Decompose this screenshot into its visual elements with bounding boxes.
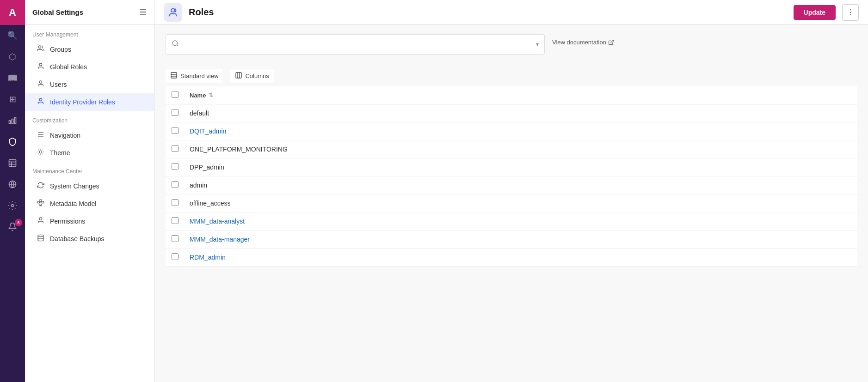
row-name-cell: ONE_PLATFORM_MONITORING [184,140,857,158]
row-checkbox-3[interactable] [172,163,179,170]
row-name-cell: admin [184,176,857,194]
more-options-button[interactable]: ⋮ [842,4,859,21]
global-roles-label: Global Roles [50,63,87,71]
select-all-checkbox[interactable] [172,91,179,98]
permissions-label: Permissions [50,218,85,225]
top-bar: Roles Update ⋮ [154,0,868,25]
table-rail-icon[interactable] [0,152,25,174]
database-backups-label: Database Backups [50,235,105,243]
settings-rail-icon[interactable] [0,195,25,216]
role-name-text: default [190,109,209,117]
sidebar-item-theme[interactable]: Theme [25,144,154,162]
role-name-link[interactable]: MMM_data-manager [190,236,250,243]
search-input[interactable] [182,41,534,48]
row-checkbox-8[interactable] [172,253,179,260]
chart-rail-icon[interactable] [0,110,25,131]
metadata-model-label: Metadata Model [50,200,96,207]
icon-rail: A 🔍 ⬡ 📖 ⊞ 8 [0,0,25,382]
sidebar-menu-icon[interactable]: ☰ [139,7,147,18]
grid-rail-icon[interactable]: ⊞ [0,89,25,110]
svg-point-8 [12,205,14,207]
view-documentation-link[interactable]: View documentation [552,39,614,46]
sidebar-item-system-changes[interactable]: System Changes [25,177,154,195]
theme-icon [36,148,45,158]
shield-rail-icon[interactable] [0,131,25,152]
svg-rect-33 [236,73,241,78]
sidebar-item-groups[interactable]: Groups [25,41,154,58]
metadata-model-icon [36,199,45,208]
main-content: Roles Update ⋮ ▾ View documentation [154,0,868,382]
app-logo[interactable]: A [0,0,25,25]
sidebar-header: Global Settings ☰ [25,0,154,25]
role-name-link[interactable]: MMM_data-analyst [190,218,245,225]
dashboard-rail-icon[interactable]: ⬡ [0,46,25,67]
sidebar-item-identity-provider-roles[interactable]: Identity Provider Roles [25,93,154,111]
row-checkbox-cell [166,122,184,140]
role-name-link[interactable]: DQIT_admin [190,127,226,135]
sidebar-title: Global Settings [32,8,83,16]
sidebar-item-global-roles[interactable]: Global Roles [25,58,154,76]
svg-rect-2 [14,117,16,123]
role-name-text: ONE_PLATFORM_MONITORING [190,146,288,153]
sidebar-item-navigation[interactable]: Navigation [25,127,154,144]
role-name-text: offline_access [190,200,230,207]
update-button[interactable]: Update [794,5,836,20]
bell-rail-icon[interactable]: 8 [0,216,25,237]
row-name-cell: RDM_admin [184,249,857,267]
row-name-cell: DPP_admin [184,158,857,176]
standard-view-button[interactable]: Standard view [166,69,223,83]
role-name-link[interactable]: RDM_admin [190,254,226,261]
svg-rect-18 [42,201,44,203]
table-row: DQIT_admin [166,122,857,140]
sidebar-item-users[interactable]: Users [25,76,154,93]
search-rail-icon[interactable]: 🔍 [0,25,25,46]
row-checkbox-cell [166,176,184,194]
svg-point-11 [39,81,42,83]
row-checkbox-7[interactable] [172,235,179,242]
svg-rect-1 [12,119,13,124]
row-checkbox-cell [166,140,184,158]
row-checkbox-1[interactable] [172,127,179,134]
table-header-checkbox [166,86,184,104]
table-toolbar: Standard view Columns [166,66,857,86]
search-dropdown-arrow[interactable]: ▾ [536,41,539,48]
row-checkbox-2[interactable] [172,145,179,152]
columns-button[interactable]: Columns [230,69,273,83]
svg-point-27 [172,41,178,46]
role-name-text: DPP_admin [190,164,224,171]
name-sort-icon[interactable]: ⇅ [209,92,213,98]
standard-view-icon [170,72,178,80]
sidebar-item-database-backups[interactable]: Database Backups [25,230,154,248]
svg-line-28 [177,45,178,46]
row-checkbox-cell [166,194,184,212]
svg-point-10 [39,63,42,66]
section-label-maintenance: Maintenance Center [25,162,154,177]
svg-point-24 [39,218,42,220]
sidebar-item-metadata-model[interactable]: Metadata Model [25,195,154,212]
table-row: RDM_admin [166,249,857,267]
book-rail-icon[interactable]: 📖 [0,67,25,89]
notification-badge: 8 [15,219,22,226]
sidebar: Global Settings ☰ User Management Groups… [25,0,154,382]
row-checkbox-6[interactable] [172,217,179,224]
content-area: ▾ View documentation Standard view [154,25,868,382]
row-checkbox-4[interactable] [172,181,179,188]
row-checkbox-5[interactable] [172,199,179,206]
row-checkbox-0[interactable] [172,109,179,116]
permissions-icon [36,217,45,226]
row-checkbox-cell [166,212,184,230]
table-row: admin [166,176,857,194]
svg-rect-0 [9,121,11,124]
navigation-icon [36,131,45,140]
row-checkbox-cell [166,158,184,176]
users-icon [36,80,45,89]
table-row: default [166,104,857,122]
row-name-cell: MMM_data-manager [184,230,857,249]
section-label-user-management: User Management [25,25,154,41]
globe-rail-icon[interactable] [0,174,25,195]
svg-rect-30 [171,73,177,78]
sidebar-item-permissions[interactable]: Permissions [25,212,154,230]
table-row: DPP_admin [166,158,857,176]
columns-label: Columns [245,73,269,79]
section-label-customization: Customization [25,111,154,127]
